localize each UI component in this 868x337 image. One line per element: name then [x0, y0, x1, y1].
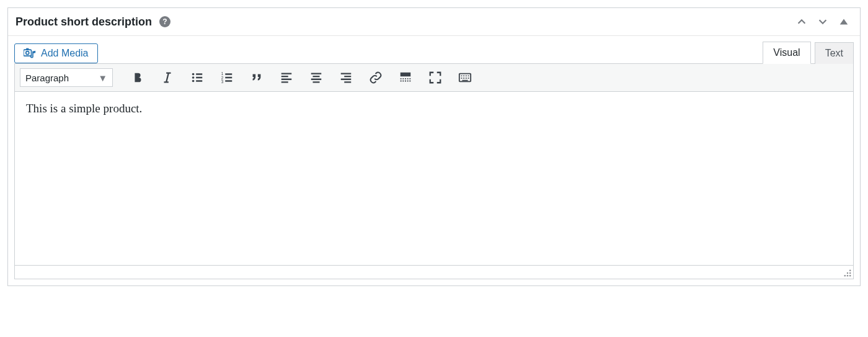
collapse-button[interactable]: [835, 13, 852, 30]
panel-body: Add Media Visual Text Paragraph ▼ 12: [8, 36, 860, 285]
svg-point-4: [192, 76, 195, 79]
move-up-button[interactable]: [793, 13, 810, 30]
svg-point-15: [847, 275, 849, 277]
editor-toolbar: Paragraph ▼ 123: [14, 63, 854, 92]
panel-header: Product short description ?: [8, 8, 860, 36]
format-select[interactable]: Paragraph ▼: [20, 68, 113, 87]
panel-header-actions: [793, 13, 852, 30]
editor-top-row: Add Media Visual Text: [14, 41, 854, 63]
move-down-button[interactable]: [814, 13, 831, 30]
align-left-icon: [280, 71, 293, 84]
blockquote-button[interactable]: [246, 68, 268, 88]
align-right-icon: [339, 71, 353, 84]
keyboard-icon: [458, 71, 472, 84]
fullscreen-button[interactable]: [424, 68, 446, 88]
tab-visual[interactable]: Visual: [763, 42, 810, 64]
help-icon[interactable]: ?: [159, 16, 170, 27]
align-center-icon: [309, 71, 323, 84]
editor-statusbar: [14, 266, 854, 279]
svg-rect-9: [401, 73, 411, 76]
bold-button[interactable]: [126, 68, 149, 88]
svg-point-16: [849, 275, 851, 277]
toolbar-toggle-button[interactable]: [454, 68, 476, 88]
numbered-list-button[interactable]: 123: [216, 68, 238, 88]
quote-icon: [250, 71, 264, 84]
camera-music-icon: [24, 48, 36, 59]
svg-text:3: 3: [221, 79, 224, 84]
svg-point-1: [26, 52, 29, 55]
svg-point-11: [849, 270, 851, 272]
editor-text: This is a simple product.: [26, 102, 142, 115]
bold-icon: [131, 71, 144, 84]
chevron-down-icon: [817, 16, 828, 27]
svg-point-5: [192, 80, 195, 83]
align-left-button[interactable]: [275, 68, 298, 88]
editor-content-area[interactable]: This is a simple product.: [14, 92, 854, 266]
product-short-description-panel: Product short description ?: [7, 7, 861, 286]
align-right-button[interactable]: [335, 68, 357, 88]
numbered-list-icon: 123: [220, 71, 234, 84]
fullscreen-icon: [428, 71, 442, 84]
editor-tabs: Visual Text: [763, 41, 854, 63]
read-more-icon: [399, 71, 412, 84]
bullet-list-icon: [190, 71, 204, 84]
italic-button[interactable]: [156, 68, 179, 88]
add-media-button[interactable]: Add Media: [14, 43, 98, 63]
panel-title: Product short description: [16, 16, 152, 29]
resize-handle[interactable]: [843, 269, 852, 277]
resize-grip-icon: [843, 269, 852, 277]
tab-text[interactable]: Text: [815, 42, 854, 64]
insert-link-button[interactable]: [365, 68, 387, 88]
align-center-button[interactable]: [305, 68, 327, 88]
svg-point-13: [849, 272, 851, 274]
insert-more-button[interactable]: [394, 68, 417, 88]
svg-point-14: [844, 275, 846, 277]
chevron-up-icon: [796, 16, 807, 27]
bullet-list-button[interactable]: [186, 68, 208, 88]
add-media-label: Add Media: [41, 48, 89, 59]
italic-icon: [161, 71, 174, 84]
format-select-label: Paragraph: [25, 73, 69, 83]
svg-point-3: [192, 73, 195, 76]
triangle-up-icon: [838, 16, 849, 27]
caret-down-icon: ▼: [98, 73, 107, 83]
svg-rect-2: [26, 48, 29, 50]
svg-rect-0: [24, 50, 32, 56]
svg-point-12: [847, 272, 849, 274]
link-icon: [369, 71, 383, 84]
